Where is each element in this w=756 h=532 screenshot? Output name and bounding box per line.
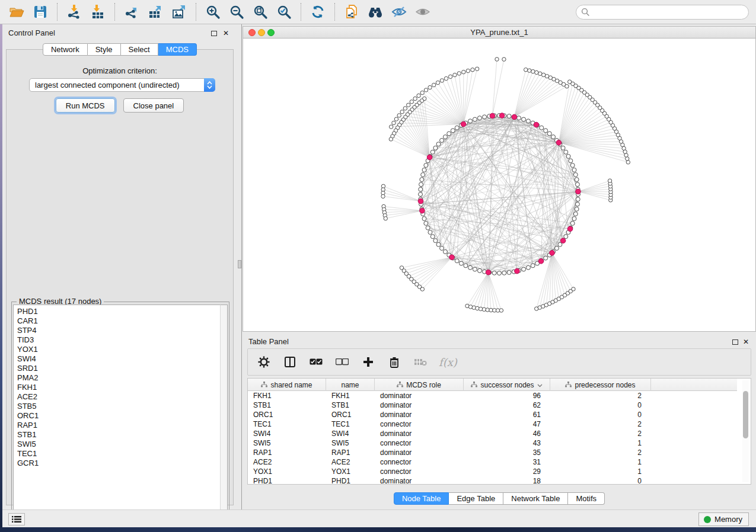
network-node[interactable] — [561, 146, 565, 150]
network-node[interactable] — [455, 259, 459, 263]
dominator-node[interactable] — [512, 114, 517, 120]
network-node[interactable] — [528, 69, 531, 72]
network-node[interactable] — [575, 182, 579, 187]
zoom-out-button[interactable] — [227, 2, 247, 21]
network-node[interactable] — [403, 107, 407, 110]
network-node[interactable] — [436, 142, 441, 146]
tab-style[interactable]: Style — [88, 43, 121, 56]
dominator-node[interactable] — [556, 140, 562, 145]
network-node[interactable] — [462, 70, 465, 73]
network-node[interactable] — [483, 115, 487, 119]
network-node[interactable] — [517, 116, 521, 120]
export-image-button[interactable] — [169, 2, 189, 21]
column-header-name[interactable]: name — [326, 379, 375, 391]
network-node[interactable] — [507, 114, 511, 118]
table-scrollbar[interactable] — [742, 380, 749, 482]
network-node[interactable] — [471, 68, 474, 72]
network-node[interactable] — [422, 217, 426, 221]
dominator-node[interactable] — [576, 189, 581, 194]
sort-chevron-icon[interactable] — [537, 381, 543, 389]
dominator-node[interactable] — [567, 226, 573, 232]
add-column-button[interactable] — [361, 354, 376, 370]
column-header-mcds-role[interactable]: MCDS role — [375, 379, 464, 391]
network-node[interactable] — [417, 94, 420, 97]
tab-node-table[interactable]: Node Table — [394, 492, 449, 505]
network-node[interactable] — [428, 85, 432, 89]
apply-function-button[interactable]: f(x) — [439, 356, 457, 368]
delete-column-button[interactable] — [387, 354, 402, 370]
network-node[interactable] — [522, 267, 526, 271]
mcds-result-item[interactable]: ORC1 — [17, 411, 220, 421]
network-node[interactable] — [389, 137, 393, 141]
network-node[interactable] — [538, 72, 542, 75]
mcds-result-item[interactable]: SRD1 — [17, 364, 220, 373]
tab-edge-table[interactable]: Edge Table — [449, 492, 503, 505]
show-all-button[interactable] — [413, 2, 433, 21]
mcds-result-item[interactable]: STB5 — [17, 402, 220, 411]
delete-table-button[interactable] — [413, 354, 428, 370]
network-node[interactable] — [570, 221, 575, 225]
zoom-in-button[interactable] — [203, 2, 223, 21]
open-session-button[interactable] — [7, 2, 27, 21]
network-node[interactable] — [522, 117, 526, 121]
network-window-titlebar[interactable]: YPA_prune.txt_1 — [243, 27, 755, 39]
dominator-node[interactable] — [560, 238, 566, 243]
table-row[interactable]: STB1STB1dominator620 — [248, 400, 737, 410]
table-row[interactable]: RAP1RAP1dominator352 — [248, 448, 737, 457]
network-node[interactable] — [424, 164, 428, 168]
network-node[interactable] — [502, 57, 506, 61]
network-node[interactable] — [424, 88, 428, 92]
close-panel-icon[interactable]: ✕ — [743, 338, 749, 346]
network-node[interactable] — [473, 267, 477, 271]
network-node[interactable] — [564, 235, 568, 239]
network-node[interactable] — [430, 235, 435, 239]
network-node[interactable] — [576, 197, 580, 201]
network-node[interactable] — [568, 80, 572, 84]
scrollbar-thumb[interactable] — [743, 391, 748, 438]
network-node[interactable] — [444, 76, 448, 80]
network-node[interactable] — [443, 135, 447, 139]
network-node[interactable] — [524, 68, 528, 71]
search-input[interactable] — [590, 6, 748, 18]
network-node[interactable] — [473, 117, 477, 121]
network-node[interactable] — [526, 119, 530, 123]
mcds-result-item[interactable]: SWI4 — [17, 354, 220, 364]
export-table-button[interactable] — [145, 2, 165, 21]
import-network-button[interactable] — [64, 2, 84, 21]
network-node[interactable] — [572, 217, 576, 221]
network-node[interactable] — [497, 271, 502, 275]
network-node[interactable] — [420, 178, 424, 182]
splitter-grab-handle[interactable] — [238, 260, 241, 268]
network-node[interactable] — [420, 91, 424, 94]
network-node[interactable] — [424, 221, 428, 225]
table-options-button[interactable] — [256, 354, 272, 370]
table-row[interactable]: ORC1ORC1dominator610 — [248, 410, 737, 419]
tab-network[interactable]: Network — [43, 43, 88, 56]
dominator-node[interactable] — [515, 268, 520, 274]
tab-network-table[interactable]: Network Table — [503, 492, 568, 505]
network-node[interactable] — [421, 172, 425, 177]
show-column-panel-button[interactable] — [282, 354, 298, 370]
network-node[interactable] — [448, 75, 452, 78]
network-node[interactable] — [457, 72, 461, 75]
network-node[interactable] — [436, 81, 439, 84]
memory-button[interactable]: Memory — [698, 512, 749, 526]
table-row[interactable]: PHD1PHD1dominator180 — [248, 476, 737, 486]
dominator-node[interactable] — [461, 121, 466, 127]
export-network-button[interactable] — [122, 2, 142, 21]
network-node[interactable] — [475, 67, 479, 70]
dominator-node[interactable] — [420, 208, 425, 213]
network-node[interactable] — [544, 256, 548, 260]
network-node[interactable] — [492, 271, 496, 275]
network-node[interactable] — [535, 70, 538, 74]
zoom-fit-button[interactable] — [250, 2, 270, 21]
network-node[interactable] — [440, 138, 444, 142]
table-row[interactable]: ACE2ACE2connector311 — [248, 457, 737, 467]
hide-selected-button[interactable] — [389, 2, 409, 21]
network-node[interactable] — [419, 193, 423, 197]
network-node[interactable] — [531, 264, 535, 268]
network-node[interactable] — [626, 161, 630, 164]
mcds-result-item[interactable]: FKH1 — [17, 383, 220, 392]
network-node[interactable] — [384, 217, 387, 220]
network-node[interactable] — [531, 69, 535, 73]
